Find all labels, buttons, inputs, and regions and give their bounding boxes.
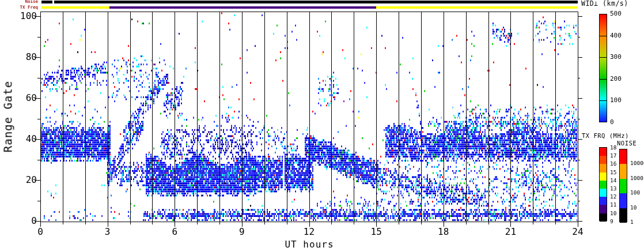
x-tick-label: 9 bbox=[239, 227, 245, 237]
txfrq-colorbar-segment bbox=[600, 181, 607, 189]
rti-plot-figure: Noise TX Freq Range Gate UT hours WID⊥ (… bbox=[0, 0, 644, 251]
txfreq-bar-label: TX Freq bbox=[10, 5, 38, 10]
x-tick-label: 15 bbox=[370, 227, 381, 237]
txfrq-colorbar-label: 18 bbox=[610, 145, 616, 151]
txfrq-colorbar-segment bbox=[600, 164, 607, 172]
wid-colorbar bbox=[599, 14, 607, 122]
x-tick-label: 24 bbox=[572, 227, 583, 237]
noise-colorbar-title: NOISE bbox=[617, 140, 637, 147]
y-tick-label: 100 bbox=[12, 12, 37, 21]
txfrq-colorbar bbox=[599, 147, 607, 221]
txfrq-colorbar-segment bbox=[600, 213, 607, 222]
noise-colorbar bbox=[619, 149, 627, 222]
txfrq-colorbar-segment bbox=[600, 205, 607, 213]
y-tick-label: 40 bbox=[12, 134, 37, 144]
txfrq-colorbar-label: 15 bbox=[610, 170, 616, 175]
txfrq-colorbar-label: 12 bbox=[610, 194, 616, 200]
txfrq-colorbar-segment bbox=[600, 148, 607, 156]
x-tick-label: 3 bbox=[105, 227, 111, 237]
noise-colorbar-segment bbox=[620, 208, 627, 223]
txfrq-colorbar-label: 14 bbox=[610, 178, 616, 183]
txfreq-bar-segment bbox=[109, 6, 376, 9]
wid-colorbar-label: 100 bbox=[610, 97, 622, 103]
x-tick-label: 21 bbox=[505, 227, 516, 237]
wid-colorbar-label: 0 bbox=[610, 119, 614, 125]
noise-bar-label: Noise bbox=[10, 0, 38, 4]
noise-colorbar-segment bbox=[620, 164, 627, 178]
x-tick-label: 18 bbox=[438, 227, 449, 237]
wid-colorbar-tick bbox=[599, 100, 607, 101]
noise-colorbar-label: 1000 bbox=[630, 175, 643, 181]
noise-colorbar-label: 10 bbox=[630, 205, 637, 211]
wid-colorbar-label: 200 bbox=[610, 76, 622, 82]
wid-colorbar-title: WID⊥ (km/s) bbox=[581, 1, 628, 8]
x-tick-label: 0 bbox=[37, 227, 43, 237]
txfrq-colorbar-segment bbox=[600, 197, 607, 205]
txfreq-bar-segment bbox=[376, 6, 578, 9]
txfrq-colorbar-segment bbox=[600, 156, 607, 164]
noise-colorbar-label: 100 bbox=[630, 190, 640, 196]
txfrq-colorbar-label: 10 bbox=[610, 211, 616, 216]
y-tick-label: 80 bbox=[12, 53, 37, 62]
noise-colorbar-label: 10000 bbox=[630, 160, 644, 166]
wid-colorbar-label: 400 bbox=[610, 32, 622, 39]
noise-colorbar-label: 1 bbox=[630, 219, 634, 225]
x-axis-title: UT hours bbox=[285, 240, 334, 249]
noise-colorbar-segment bbox=[620, 179, 627, 193]
txfreq-bar-segment bbox=[41, 6, 109, 9]
txfrq-colorbar-title: TX FRQ (MHz) bbox=[582, 133, 629, 139]
wid-colorbar-tick bbox=[599, 36, 607, 36]
noise-bar-segment bbox=[41, 1, 52, 3]
wid-colorbar-label: 300 bbox=[610, 54, 622, 60]
txfrq-colorbar-label: 17 bbox=[610, 153, 616, 159]
noise-bar-segment bbox=[54, 1, 578, 3]
txfrq-colorbar-label: 9 bbox=[610, 219, 613, 224]
noise-colorbar-segment bbox=[620, 149, 627, 164]
y-tick-label: 20 bbox=[12, 175, 37, 185]
txfrq-colorbar-label: 13 bbox=[610, 186, 616, 192]
noise-colorbar-segment bbox=[620, 193, 627, 208]
wid-colorbar-tick bbox=[599, 57, 607, 58]
x-tick-label: 6 bbox=[172, 227, 177, 237]
txfrq-colorbar-label: 11 bbox=[610, 202, 616, 208]
wid-colorbar-tick bbox=[599, 79, 607, 80]
wid-colorbar-label: 500 bbox=[610, 10, 622, 17]
txfrq-colorbar-label: 16 bbox=[610, 161, 616, 167]
txfrq-colorbar-segment bbox=[600, 189, 607, 197]
y-tick-label: 60 bbox=[12, 93, 37, 103]
x-tick-label: 12 bbox=[304, 227, 315, 237]
y-tick-label: 0 bbox=[12, 216, 37, 226]
plot-canvas bbox=[0, 0, 644, 251]
txfrq-colorbar-segment bbox=[600, 173, 607, 181]
